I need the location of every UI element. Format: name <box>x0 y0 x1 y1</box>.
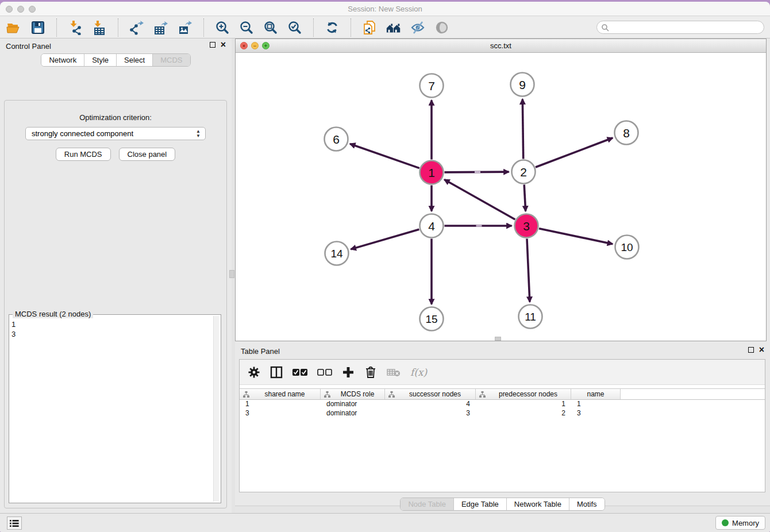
table-cell[interactable]: 3 <box>385 409 476 418</box>
task-history-icon[interactable] <box>7 516 22 530</box>
edge-2-8[interactable] <box>536 138 613 167</box>
table-cell[interactable]: 3 <box>571 409 621 418</box>
tab-select[interactable]: Select <box>117 54 153 66</box>
column-header-successor-nodes[interactable]: successor nodes <box>385 389 476 399</box>
tab-motifs[interactable]: Motifs <box>569 498 605 510</box>
memory-button[interactable]: Memory <box>715 516 765 530</box>
edge-3-11[interactable] <box>527 238 530 302</box>
edge-label-mark <box>475 171 480 173</box>
graph-node-6[interactable]: 6 <box>325 128 348 151</box>
column-header-predecessor-nodes[interactable]: predecessor nodes <box>476 389 571 399</box>
table-row[interactable]: 1dominator411 <box>240 400 765 409</box>
table-cell[interactable]: 1 <box>476 400 571 409</box>
result-scrollbar[interactable] <box>213 316 219 502</box>
tab-network[interactable]: Network <box>41 54 84 66</box>
optimization-dropdown[interactable]: strongly connected component ▲▼ <box>25 127 206 140</box>
table-cell[interactable]: 1 <box>571 400 621 409</box>
export-image-icon[interactable] <box>177 20 193 36</box>
zoom-selected-icon[interactable] <box>287 20 303 36</box>
graph-node-14[interactable]: 14 <box>325 242 349 265</box>
graph-node-10[interactable]: 10 <box>615 236 639 259</box>
node-label: 1 <box>428 166 435 179</box>
close-panel-icon[interactable]: × <box>221 42 226 48</box>
graph-node-8[interactable]: 8 <box>615 121 638 145</box>
graph-node-1[interactable]: 1 <box>420 161 444 184</box>
tab-edge-table[interactable]: Edge Table <box>454 498 507 510</box>
gear-icon[interactable] <box>248 365 260 379</box>
search-input[interactable] <box>609 24 760 32</box>
tab-node-table[interactable]: Node Table <box>401 498 454 510</box>
import-table-icon[interactable] <box>91 20 107 36</box>
open-folder-icon[interactable] <box>6 20 22 36</box>
table-body: 1dominator4113dominator323 <box>240 400 765 418</box>
columns-icon[interactable] <box>270 365 283 379</box>
graph-node-9[interactable]: 9 <box>511 73 534 97</box>
import-network-icon[interactable] <box>67 20 83 36</box>
table-row[interactable]: 3dominator323 <box>240 409 765 418</box>
network-window-titlebar[interactable]: × − + scc.txt <box>236 39 766 53</box>
zoom-in-icon[interactable] <box>214 20 230 36</box>
toolbar-separator <box>351 18 351 37</box>
network-title: scc.txt <box>236 41 766 50</box>
float-panel-icon[interactable] <box>210 42 215 48</box>
node-table: f(x) shared nameMCDS rolesuccessor nodes… <box>239 359 765 492</box>
select-all-icon[interactable] <box>292 365 307 379</box>
chevron-updown-icon: ▲▼ <box>196 129 201 138</box>
edge-1-6[interactable] <box>350 144 419 168</box>
delete-icon[interactable] <box>364 365 377 379</box>
graph-node-11[interactable]: 11 <box>519 305 542 329</box>
run-mcds-button[interactable]: Run MCDS <box>56 148 111 161</box>
table-header-row: shared nameMCDS rolesuccessor nodesprede… <box>240 388 765 400</box>
hide-style-icon[interactable] <box>410 20 426 36</box>
column-header-MCDS-role[interactable]: MCDS role <box>321 389 385 399</box>
edge-4-14[interactable] <box>351 229 419 249</box>
graph-node-15[interactable]: 15 <box>420 307 444 331</box>
table-cell[interactable]: 3 <box>240 409 321 418</box>
edge-3-1[interactable] <box>444 180 515 219</box>
mcds-result-title: MCDS result (2 nodes) <box>13 310 93 318</box>
control-panel: Control Panel × NetworkStyleSelectMCDS O… <box>0 38 232 513</box>
table-cell[interactable]: 4 <box>385 400 476 409</box>
edge-3-10[interactable] <box>539 229 613 244</box>
app-window: Session: New Session <box>0 2 770 532</box>
table-toolbar: f(x) <box>240 360 765 385</box>
table-cell[interactable]: 2 <box>476 409 571 418</box>
zoom-out-icon[interactable] <box>238 20 255 36</box>
zoom-fit-icon[interactable] <box>263 20 279 36</box>
splitter-grip[interactable] <box>229 270 234 278</box>
float-table-panel-icon[interactable] <box>748 347 754 353</box>
horizontal-splitter-grip[interactable] <box>495 337 501 341</box>
first-neighbors-icon[interactable] <box>386 20 402 36</box>
export-table-icon[interactable] <box>153 20 169 36</box>
edge-2-9[interactable] <box>522 99 523 159</box>
graph-node-2[interactable]: 2 <box>512 160 536 184</box>
close-panel-button[interactable]: Close panel <box>119 148 176 161</box>
graph-node-7[interactable]: 7 <box>420 74 444 98</box>
tab-mcds[interactable]: MCDS <box>153 54 190 66</box>
node-label: 4 <box>428 219 435 233</box>
column-header-name[interactable]: name <box>571 389 621 399</box>
table-cell[interactable]: dominator <box>321 409 385 418</box>
table-tabs: Node TableEdge TableNetwork TableMotifs <box>400 498 605 511</box>
save-icon[interactable] <box>30 20 46 36</box>
tab-style[interactable]: Style <box>84 54 117 66</box>
graph-node-3[interactable]: 3 <box>515 214 538 238</box>
add-column-icon[interactable] <box>342 365 355 379</box>
close-table-panel-icon[interactable]: × <box>759 347 764 353</box>
bird-eye-icon[interactable] <box>434 20 450 36</box>
table-cell[interactable]: 1 <box>240 400 321 409</box>
hierarchy-icon <box>388 391 395 398</box>
node-label: 2 <box>520 165 527 179</box>
network-canvas[interactable]: 7968124314101511 <box>236 53 766 341</box>
column-header-shared-name[interactable]: shared name <box>240 389 321 399</box>
tab-network-table[interactable]: Network Table <box>507 498 569 510</box>
table-cell[interactable]: dominator <box>321 400 385 409</box>
edge-2-3[interactable] <box>524 184 525 211</box>
duplicate-network-icon[interactable] <box>361 20 378 36</box>
deselect-all-icon[interactable] <box>317 365 332 379</box>
toolbar-separator <box>313 18 314 37</box>
refresh-icon[interactable] <box>324 20 340 36</box>
mcds-result-list: 13 <box>11 319 213 502</box>
graph-node-4[interactable]: 4 <box>420 214 444 238</box>
export-network-icon[interactable] <box>129 20 145 36</box>
